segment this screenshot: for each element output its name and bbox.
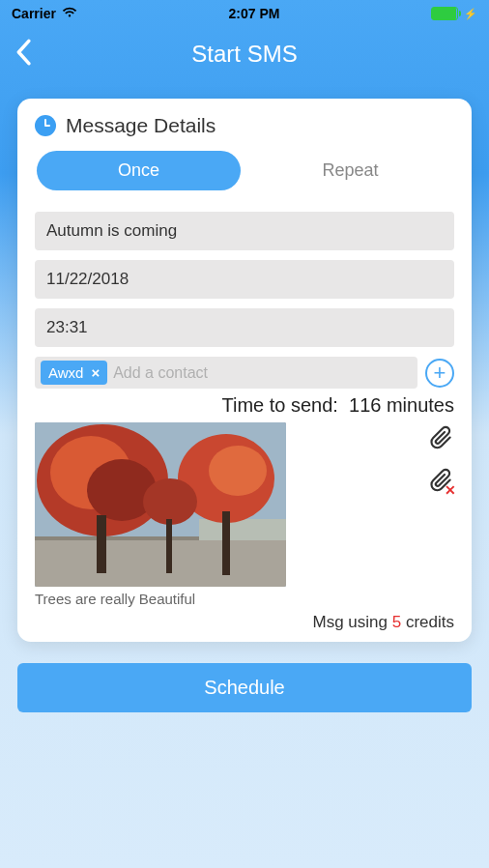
message-card: Message Details Once Repeat Autumn is co… [17, 99, 472, 642]
status-time: 2:07 PM [229, 6, 280, 21]
subject-field[interactable]: Autumn is coming [35, 212, 454, 250]
attachment-row: ✕ [35, 422, 454, 587]
section-header: Message Details [35, 114, 454, 137]
chip-label: Awxd [48, 364, 83, 381]
svg-rect-10 [222, 511, 230, 575]
battery-icon [431, 7, 458, 20]
chip-remove-icon[interactable]: × [91, 364, 100, 381]
status-bar: Carrier 2:07 PM ⚡ [0, 0, 489, 27]
charging-icon: ⚡ [464, 8, 477, 20]
svg-rect-7 [97, 515, 106, 573]
status-left: Carrier [12, 6, 77, 21]
time-to-send-label: Time to send: [221, 394, 337, 416]
schedule-button[interactable]: Schedule [17, 663, 472, 712]
attachment-actions: ✕ [429, 422, 454, 496]
contact-input[interactable]: Awxd × Add a contact [35, 357, 417, 389]
attachment-caption: Trees are really Beautiful [35, 591, 454, 607]
tab-once[interactable]: Once [37, 151, 241, 190]
section-title: Message Details [66, 114, 216, 137]
credits-count: 5 [392, 613, 401, 631]
svg-point-11 [143, 478, 197, 525]
carrier-label: Carrier [12, 6, 56, 21]
remove-attachment-button[interactable]: ✕ [429, 467, 454, 496]
remove-x-icon: ✕ [445, 482, 456, 498]
svg-point-9 [209, 446, 267, 496]
date-field[interactable]: 11/22/2018 [35, 260, 454, 299]
svg-rect-3 [199, 519, 286, 540]
page-title: Start SMS [191, 41, 297, 68]
attach-button[interactable] [429, 424, 454, 453]
time-to-send: Time to send: 116 minutes [35, 394, 454, 417]
contact-row: Awxd × Add a contact + [35, 357, 454, 389]
back-button[interactable] [14, 39, 33, 70]
tab-repeat[interactable]: Repeat [248, 151, 452, 190]
contact-chip[interactable]: Awxd × [41, 361, 107, 385]
svg-rect-1 [35, 538, 286, 587]
add-contact-button[interactable]: + [425, 359, 454, 388]
credits-line: Msg using 5 credits [35, 613, 454, 632]
credits-prefix: Msg using [313, 613, 392, 631]
nav-bar: Start SMS [0, 27, 489, 81]
svg-rect-12 [166, 519, 172, 573]
wifi-icon [62, 6, 77, 21]
frequency-tabs: Once Repeat [35, 151, 454, 190]
attachment-thumbnail[interactable] [35, 422, 286, 587]
contact-placeholder: Add a contact [113, 364, 208, 382]
time-to-send-value: 116 minutes [349, 394, 454, 416]
status-right: ⚡ [431, 7, 477, 20]
credits-suffix: credits [401, 613, 454, 631]
time-field[interactable]: 23:31 [35, 308, 454, 347]
plus-icon: + [434, 361, 446, 386]
clock-icon [35, 115, 56, 136]
